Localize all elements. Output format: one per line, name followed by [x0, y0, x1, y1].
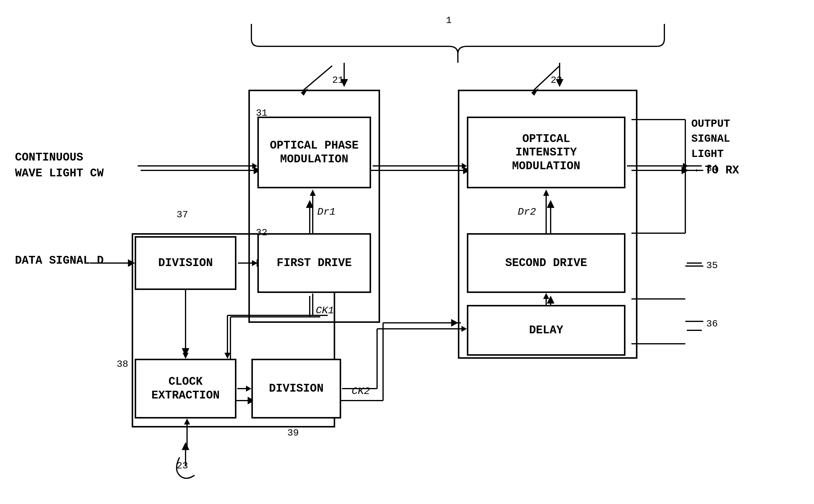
to-rx-label: → TO RX — [691, 164, 739, 177]
division1-box: DIVISION — [135, 236, 237, 290]
second-drive-box: SECOND DRIVE — [467, 233, 626, 293]
first-drive-box: FIRST DRIVE — [257, 233, 371, 293]
number-39: 39 — [287, 427, 299, 439]
clock-extraction-label: CLOCKEXTRACTION — [151, 375, 220, 402]
optical-phase-label: OPTICAL PHASEMODULATION — [270, 139, 359, 166]
continuous-wave-label: CONTINUOUSWAVE LIGHT CW — [15, 149, 103, 181]
number-21: 21 — [332, 75, 344, 86]
number-38: 38 — [117, 359, 128, 370]
optical-phase-modulation-box: OPTICAL PHASEMODULATION — [257, 117, 371, 188]
number-22: 22 — [551, 75, 562, 86]
optical-intensity-modulation-box: OPTICALINTENSITYMODULATION — [467, 117, 626, 188]
output-signal-label: OUTPUTSIGNALLIGHT — [691, 117, 730, 162]
division1-label: DIVISION — [158, 256, 213, 270]
number-31: 31 — [256, 108, 267, 119]
number-1: 1 — [446, 15, 452, 26]
number-35: 35 — [706, 260, 718, 271]
delay-label: DELAY — [529, 323, 563, 337]
number-23: 23 — [176, 460, 188, 471]
svg-marker-45 — [182, 442, 189, 450]
number-32: 32 — [256, 227, 267, 238]
division2-box: DIVISION — [252, 359, 341, 419]
optical-intensity-label: OPTICALINTENSITYMODULATION — [512, 132, 580, 173]
first-drive-label: FIRST DRIVE — [277, 256, 352, 270]
delay-box: DELAY — [467, 305, 626, 356]
second-drive-label: SECOND DRIVE — [505, 256, 587, 270]
dr1-label: Dr1 — [317, 206, 336, 218]
number-37: 37 — [176, 209, 188, 220]
division2-label: DIVISION — [269, 382, 324, 395]
clock-extraction-box: CLOCKEXTRACTION — [135, 359, 237, 419]
ck2-label: CK2 — [352, 386, 370, 397]
dr2-label: Dr2 — [518, 206, 536, 218]
data-signal-label: DATA SIGNAL D — [15, 254, 103, 267]
ck1-label: CK1 — [316, 305, 334, 316]
number-36: 36 — [706, 318, 718, 329]
